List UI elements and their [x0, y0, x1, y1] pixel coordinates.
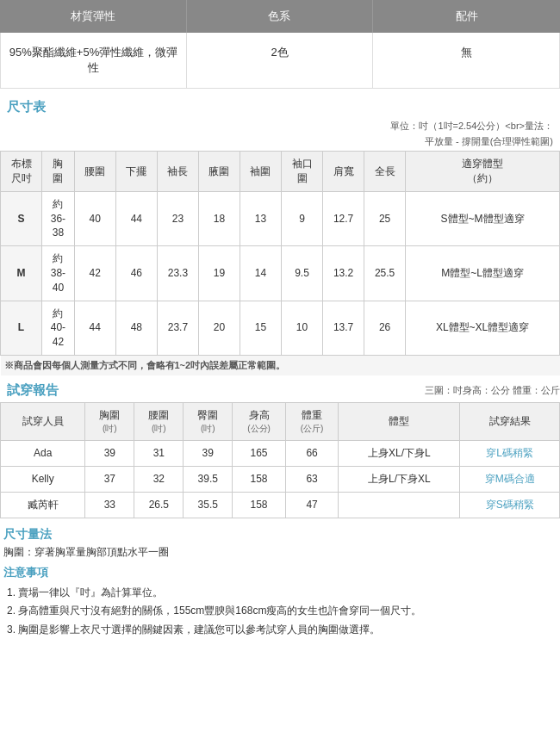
th-name: 試穿人員 [1, 403, 85, 441]
try-on-title: 試穿報告 [7, 382, 59, 399]
try-on-row: Kelly373239.515863上身L/下身XL穿M碼合適 [1, 466, 560, 492]
th-type: 體型 [339, 403, 460, 441]
measure-chest: 胸圍：穿著胸罩量胸部頂點水平一圈 [3, 545, 557, 560]
info-color: 2色 [187, 33, 373, 88]
col-cuff: 袖口圍 [282, 152, 323, 192]
measure-section: 尺寸量法 胸圍：穿著胸罩量胸部頂點水平一圈 注意事項 1. 賣場一律以『吋』為計… [0, 527, 560, 640]
try-on-result[interactable]: 穿L碼稍緊 [460, 441, 560, 467]
try-on-row: Ada39313916566上身XL/下身L穿L碼稍緊 [1, 441, 560, 467]
try-on-section: 試穿報告 三圍：吋身高：公分 體重：公斤 試穿人員 胸圍(吋) 腰圍(吋) 臀圍… [0, 382, 560, 518]
notice-list: 1. 賣場一律以『吋』為計算單位。2. 身高體重與尺寸沒有絕對的關係，155cm… [3, 584, 557, 640]
measure-chest-text: 穿著胸罩量胸部頂點水平一圈 [34, 546, 169, 558]
header-col-material: 材質彈性 [0, 0, 187, 33]
col-waist: 腰圍 [74, 152, 115, 192]
size-footnote-row: ※商品會因每個人測量方式不同，會略有1~2吋內誤差屬正常範圍。 [1, 355, 560, 375]
size-row: M約 38- 40424623.319149.513.225.5M體型~L體型適… [1, 246, 560, 301]
col-size: 布標尺吋 [1, 152, 42, 192]
col-type: 適穿體型（約） [406, 152, 560, 192]
top-header: 材質彈性 色系 配件 [0, 0, 560, 33]
unit-note: 單位：吋（1吋=2.54公分）<br>量法：平放量 - 撐開量(合理彈性範圍) [0, 119, 553, 149]
size-section-title: 尺寸表 [7, 99, 560, 115]
col-length: 全長 [364, 152, 406, 192]
measure-chest-label: 胸圍： [3, 546, 34, 558]
size-table: 布標尺吋 胸圍 腰圍 下擺 袖長 腋圍 袖圍 袖口圍 肩寬 全長 適穿體型（約）… [0, 151, 560, 375]
try-on-result[interactable]: 穿M碼合適 [460, 466, 560, 492]
th-weight: 體重(公斤) [285, 403, 339, 441]
th-height: 身高(公分) [233, 403, 286, 441]
notice-title: 注意事項 [3, 565, 557, 580]
size-row: S約 36- 384044231813912.725S體型~M體型適穿 [1, 191, 560, 245]
try-on-row: 臧芮軒3326.535.515847穿S碼稍緊 [1, 492, 560, 518]
try-on-header: 試穿報告 三圍：吋身高：公分 體重：公斤 [0, 382, 560, 399]
size-section: 尺寸表 單位：吋（1吋=2.54公分）<br>量法：平放量 - 撐開量(合理彈性… [0, 99, 560, 375]
col-sleeve: 袖長 [157, 152, 198, 192]
col-hem: 下擺 [115, 152, 157, 192]
measure-title: 尺寸量法 [3, 527, 557, 543]
th-result: 試穿結果 [460, 403, 560, 441]
info-material: 95%聚酯纖維+5%彈性纖維，微彈性 [1, 33, 187, 88]
notice-item: 2. 身高體重與尺寸沒有絕對的關係，155cm豐腴與168cm瘦高的女生也許會穿… [7, 602, 557, 621]
th-waist: 腰圍(吋) [134, 403, 184, 441]
th-hip: 臀圍(吋) [184, 403, 233, 441]
try-on-table: 試穿人員 胸圍(吋) 腰圍(吋) 臀圍(吋) 身高(公分) 體重(公斤) 體型 … [0, 402, 560, 518]
size-row: L約 40- 42444823.720151013.726XL體型~XL體型適穿 [1, 301, 560, 355]
try-on-result[interactable]: 穿S碼稍緊 [460, 492, 560, 518]
top-info: 95%聚酯纖維+5%彈性纖維，微彈性 2色 無 [0, 33, 560, 89]
col-sleeve-width: 袖圍 [240, 152, 281, 192]
header-col-color: 色系 [187, 0, 374, 33]
header-col-accessory: 配件 [373, 0, 560, 33]
notice-item: 1. 賣場一律以『吋』為計算單位。 [7, 584, 557, 603]
info-accessory: 無 [373, 33, 559, 88]
th-chest: 胸圍(吋) [85, 403, 134, 441]
notice-item: 3. 胸圍是影響上衣尺寸選擇的關鍵因素，建議您可以參考試穿人員的胸圍做選擇。 [7, 621, 557, 640]
col-armhole: 腋圍 [198, 152, 240, 192]
col-chest: 胸圍 [42, 152, 75, 192]
try-on-note: 三圍：吋身高：公分 體重：公斤 [425, 384, 560, 397]
col-shoulder: 肩寬 [323, 152, 364, 192]
